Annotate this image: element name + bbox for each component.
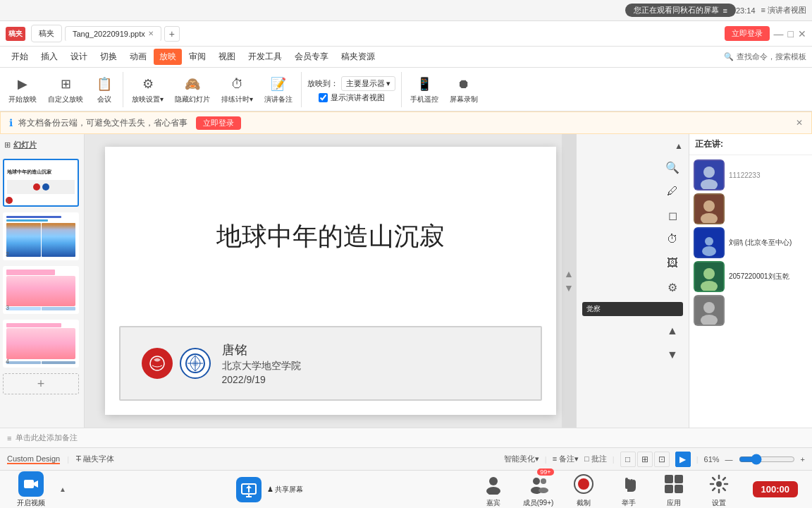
shape-tool-btn[interactable]: ◻ <box>662 205 683 226</box>
toolbar-hide-group: 🙈 隐藏幻灯片 <box>172 73 213 106</box>
slideshow-settings-btn[interactable]: ⚙ 放映设置▾ <box>129 73 166 106</box>
add-slide-btn[interactable]: + <box>3 373 79 394</box>
menu-animation[interactable]: 动画 <box>124 49 152 65</box>
settings-tool-btn[interactable]: ⚙ <box>662 277 683 298</box>
slide-title-text[interactable]: 地球中年的造山沉寂 <box>216 219 445 254</box>
font-replace-btn[interactable]: T̶ 融失字体 <box>76 454 114 464</box>
members-icon: 99+ <box>526 471 551 497</box>
menu-transition[interactable]: 切换 <box>94 49 123 65</box>
custom-slideshow-btn[interactable]: ⊞ 自定义放映 <box>45 73 86 106</box>
slide-affiliation[interactable]: 北京大学地空学院 <box>222 360 301 373</box>
remote-btn[interactable]: 📱 手机遥控 <box>407 73 441 106</box>
taskbar-guest[interactable]: 嘉宾 <box>476 471 510 508</box>
slide-info: 唐铭 北京大学地空学院 2022/9/19 <box>222 341 301 385</box>
hide-slides-btn[interactable]: 🙈 隐藏幻灯片 <box>172 73 213 106</box>
presenter-view-checkbox[interactable] <box>319 93 328 102</box>
toolbar-display-group: 放映到： 主要显示器 ▾ 显示演讲者视图 <box>307 76 395 103</box>
close-icon[interactable]: ✕ <box>798 28 806 40</box>
start-slideshow-btn[interactable]: ▶ 开始放映 <box>6 73 39 106</box>
add-tab-button[interactable]: + <box>164 26 180 42</box>
taskbar-hand[interactable]: 举手 <box>612 471 646 508</box>
notification-close-btn[interactable]: ✕ <box>796 118 803 128</box>
rehearse-btn[interactable]: ⏱ 排练计时▾ <box>219 73 256 106</box>
toolbar-divider3 <box>401 72 402 107</box>
display-dropdown[interactable]: 主要显示器 ▾ <box>341 76 395 91</box>
slide-editor[interactable]: 地球中年的造山沉寂 <box>85 134 576 428</box>
notes-placeholder[interactable]: 单击此处添加备注 <box>16 433 78 443</box>
menu-start[interactable]: 开始 <box>6 49 34 65</box>
outline-tab[interactable]: ⊞ <box>4 140 11 150</box>
tab-file[interactable]: Tang_20220919.pptx ✕ <box>65 26 161 42</box>
slides-tab[interactable]: 幻灯片 <box>13 140 37 150</box>
apps-label: 应用 <box>667 498 681 508</box>
image-tool-btn[interactable]: 🖼 <box>662 253 683 274</box>
menu-search-bar[interactable]: 🔍 查找命令，搜索模板 <box>724 52 806 62</box>
view-grid-btn[interactable]: ⊞ <box>637 452 653 467</box>
app-container: 您正在观看同秋石的屏幕 ≡ 23:14 ≡ 演讲者视图 稿夹 稿夹 Tang_2… <box>0 0 812 508</box>
slide-thumb-3[interactable]: 3 <box>3 266 79 314</box>
taskbar-settings[interactable]: 设置 <box>702 471 736 508</box>
meeting-btn[interactable]: 📋 会议 <box>92 73 117 106</box>
leave-btn[interactable]: 100:00 <box>753 481 798 497</box>
scroll-up-btn[interactable]: ▲ <box>564 268 574 279</box>
app-logo: 稿夹 <box>6 27 25 41</box>
taskbar-apps[interactable]: 应用 <box>657 471 691 508</box>
maximize-icon[interactable]: □ <box>788 28 794 40</box>
slide-thumb-1[interactable]: 地球中年的造山沉寂 1 <box>3 159 79 207</box>
custom-design-label[interactable]: Custom Design <box>7 454 60 464</box>
tooltip-area: 觉察 <box>582 302 683 316</box>
taskbar-members[interactable]: 99+ 成员(99+) <box>522 471 555 508</box>
minimize-icon[interactable]: — <box>774 28 784 40</box>
custom-play-icon: ⊞ <box>56 74 75 94</box>
zoom-tool-btn[interactable]: 🔍 <box>662 157 683 178</box>
tab-file-label: Tang_20220919.pptx <box>73 30 145 38</box>
menu-member[interactable]: 会员专享 <box>289 49 334 65</box>
status-bar-right: 智能美化▾ | ≡ 备注▾ □ 批注 | □ ⊞ ⊡ ▶ | 61% — + <box>504 452 805 467</box>
menu-slideshow[interactable]: 放映 <box>154 49 182 65</box>
slide-canvas[interactable]: 地球中年的造山沉寂 <box>105 147 556 415</box>
tab-close-icon[interactable]: ✕ <box>148 30 154 37</box>
play-btn[interactable]: ▶ <box>675 452 691 467</box>
smart-btn[interactable]: 智能美化▾ <box>504 454 539 464</box>
timer-tool-btn[interactable]: ⏱ <box>662 229 683 250</box>
down-tool-btn[interactable]: ▼ <box>662 344 683 365</box>
view-fit-btn[interactable]: ⊡ <box>654 452 670 467</box>
zoom-in-btn[interactable]: + <box>801 455 805 464</box>
taskbar-video[interactable]: 开启视频 <box>14 471 48 508</box>
record-btn[interactable]: ⏺ 屏幕录制 <box>447 73 481 106</box>
participant-info-0: 11122233 <box>729 171 761 179</box>
share-screen-btn[interactable]: ♟ 共享屏幕 <box>236 477 307 502</box>
apps-icon <box>661 471 687 497</box>
comments-btn[interactable]: ≡ 备注▾ <box>553 454 579 464</box>
presenter-mode-btn[interactable]: ≡ 演讲者视图 <box>761 5 806 16</box>
slide-thumb-2[interactable]: 2 <box>3 212 79 260</box>
notification-login-btn[interactable]: 立即登录 <box>196 116 241 130</box>
scroll-down-btn[interactable]: ▼ <box>564 282 574 294</box>
slide-subtitle-box[interactable]: 唐铭 北京大学地空学院 2022/9/19 <box>119 326 542 401</box>
slide-title-area[interactable]: 地球中年的造山沉寂 <box>105 147 556 326</box>
login-button[interactable]: 立即登录 <box>725 26 770 41</box>
up-tool-btn[interactable]: ▲ <box>662 320 683 341</box>
menu-insert[interactable]: 插入 <box>35 49 63 65</box>
taskbar-record[interactable]: 截制 <box>567 471 601 508</box>
slide-author[interactable]: 唐铭 <box>222 341 301 358</box>
participant-name-3: 2057220001刘玉乾 <box>729 272 789 282</box>
zoom-slider[interactable] <box>739 454 795 465</box>
panel-toggle-btn[interactable]: ▲ <box>675 141 683 151</box>
slide-thumb-4[interactable]: 4 <box>3 320 79 368</box>
notes-btn[interactable]: 📝 演讲备注 <box>262 73 295 106</box>
taskbar-arrow[interactable]: ▲ <box>59 485 66 493</box>
view-normal-btn[interactable]: □ <box>620 452 636 467</box>
pointer-tool-btn[interactable]: 🖊 <box>662 181 683 202</box>
review-btn[interactable]: □ 批注 <box>584 454 607 464</box>
slide-date[interactable]: 2022/9/19 <box>222 374 301 385</box>
meeting-icon: 📋 <box>94 74 114 94</box>
zoom-out-btn[interactable]: — <box>725 455 733 464</box>
menu-resources[interactable]: 稿夹资源 <box>336 49 381 65</box>
screen-share-bar: 您正在观看同秋石的屏幕 ≡ 23:14 ≡ 演讲者视图 <box>0 0 812 21</box>
menu-design[interactable]: 设计 <box>65 49 93 65</box>
tab-home[interactable]: 稿夹 <box>31 25 62 42</box>
menu-dev[interactable]: 开发工具 <box>242 49 288 65</box>
menu-review[interactable]: 审阅 <box>183 49 211 65</box>
menu-view[interactable]: 视图 <box>213 49 241 65</box>
